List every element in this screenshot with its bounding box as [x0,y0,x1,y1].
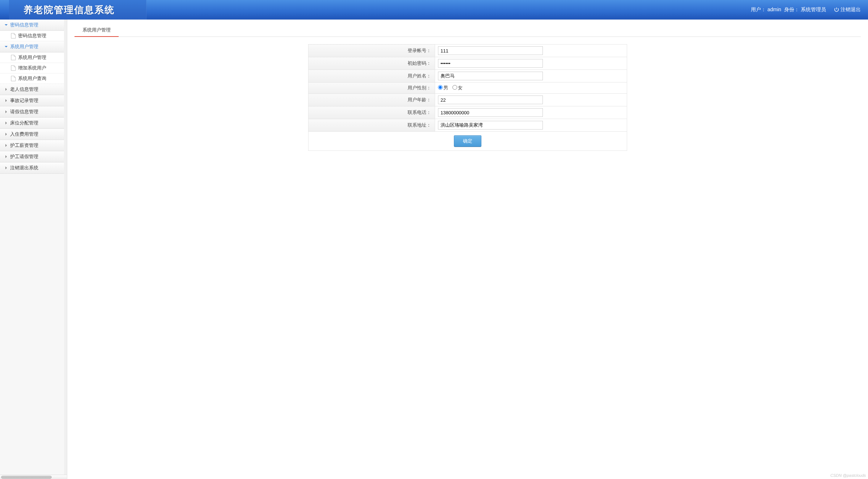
submit-button[interactable]: 确定 [454,135,481,147]
sidebar-section-body-0: 密码信息管理 [0,31,64,41]
sidebar-item-label: 系统用户管理 [18,54,46,61]
sidebar-section-label: 密码信息管理 [10,22,38,28]
user-label: 用户： [751,7,766,12]
radio-male-label: 男 [443,85,448,90]
sidebar-section-label: 系统用户管理 [10,43,38,50]
sidebar-item-label: 系统用户查询 [18,75,46,82]
radio-male[interactable] [438,85,443,90]
sidebar-section-5[interactable]: 床位分配管理 [0,118,64,129]
sidebar-section-label: 入住费用管理 [10,131,38,137]
tab-bar: 系统用户管理 [75,24,861,37]
sidebar-section-6[interactable]: 入住费用管理 [0,129,64,140]
role-value: 系统管理员 [801,7,826,12]
input-account[interactable] [438,46,543,55]
sidebar-section-0[interactable]: 密码信息管理 [0,20,64,31]
power-icon [834,7,839,13]
main-layout: 密码信息管理密码信息管理系统用户管理系统用户管理增加系统用户系统用户查询老人信息… [0,20,868,479]
input-phone[interactable] [438,108,543,117]
user-value: admin [767,7,781,12]
app-title: 养老院管理信息系统 [24,4,115,16]
logo-panel: 养老院管理信息系统 [9,0,146,20]
sidebar-section-label: 请假信息管理 [10,109,38,115]
input-name[interactable] [438,72,543,80]
content-area: 系统用户管理 登录帐号： 初始密码： 用户姓名： 用户性别： [67,20,868,479]
sidebar-item-0-0[interactable]: 密码信息管理 [0,31,64,41]
sidebar-item-label: 密码信息管理 [18,33,46,39]
label-account: 登录帐号： [309,44,435,57]
sidebar-item-label: 增加系统用户 [18,65,46,71]
sidebar-section-label: 注销退出系统 [10,165,38,171]
scrollbar-thumb[interactable] [1,476,52,479]
sidebar-vscrollbar[interactable] [64,20,67,475]
user-info: 用户：admin 身份：系统管理员 [750,7,827,13]
tab-system-user-mgmt[interactable]: 系统用户管理 [75,24,119,37]
sidebar-section-label: 老人信息管理 [10,86,38,93]
sidebar-section-label: 床位分配管理 [10,120,38,126]
sidebar-hscrollbar[interactable] [0,475,67,479]
label-password: 初始密码： [309,57,435,70]
sidebar-section-7[interactable]: 护工薪资管理 [0,140,64,151]
sidebar-section-label: 护工请假管理 [10,153,38,160]
sidebar-item-1-0[interactable]: 系统用户管理 [0,52,64,63]
input-age[interactable] [438,96,543,104]
role-label: 身份： [784,7,799,12]
sidebar-section-label: 事故记录管理 [10,97,38,104]
sidebar-section-9[interactable]: 注销退出系统 [0,162,64,174]
label-address: 联系地址： [309,119,435,132]
logout-button[interactable]: 注销退出 [834,7,861,13]
sidebar-section-3[interactable]: 事故记录管理 [0,95,64,106]
app-header: 养老院管理信息系统 用户：admin 身份：系统管理员 注销退出 [0,0,868,20]
radio-male-wrap[interactable]: 男 [438,85,448,90]
sidebar-section-label: 护工薪资管理 [10,142,38,149]
user-form: 登录帐号： 初始密码： 用户姓名： 用户性别： 男 女 [308,44,627,151]
sidebar-section-body-1: 系统用户管理增加系统用户系统用户查询 [0,52,64,84]
input-password[interactable] [438,59,543,68]
sidebar-item-1-2[interactable]: 系统用户查询 [0,73,64,84]
logout-label: 注销退出 [841,7,861,13]
sidebar: 密码信息管理密码信息管理系统用户管理系统用户管理增加系统用户系统用户查询老人信息… [0,20,67,479]
sidebar-section-1[interactable]: 系统用户管理 [0,41,64,52]
sidebar-section-2[interactable]: 老人信息管理 [0,84,64,95]
sidebar-item-1-1[interactable]: 增加系统用户 [0,63,64,73]
sidebar-section-8[interactable]: 护工请假管理 [0,151,64,162]
label-name: 用户姓名： [309,70,435,82]
radio-female-wrap[interactable]: 女 [452,85,463,90]
radio-female-label: 女 [458,85,463,90]
label-phone: 联系电话： [309,106,435,119]
sidebar-section-4[interactable]: 请假信息管理 [0,106,64,118]
label-gender: 用户性别： [309,82,435,94]
header-right: 用户：admin 身份：系统管理员 注销退出 [750,7,861,13]
input-address[interactable] [438,121,543,130]
label-age: 用户年龄： [309,94,435,106]
watermark: CSDN @pastclouds [830,473,866,478]
radio-female[interactable] [452,85,457,90]
